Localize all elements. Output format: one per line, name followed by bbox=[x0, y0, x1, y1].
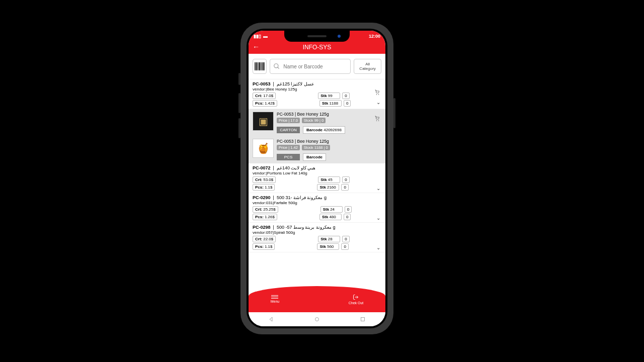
pcs-qty-chip[interactable]: 0 bbox=[344, 214, 351, 220]
pcs-stock-chip: Stk 2160 bbox=[317, 184, 339, 191]
search-input[interactable] bbox=[283, 64, 347, 69]
app-title: INFO-SYS bbox=[303, 44, 332, 51]
product-title: PC-0290 | معكرونة فراشة -31 500 g bbox=[253, 195, 381, 200]
pcs-price-chip: Pcs: 1.26$ bbox=[253, 214, 277, 220]
svg-point-5 bbox=[378, 121, 379, 121]
phone-notch bbox=[284, 31, 350, 42]
pcs-price-chip: Pcs: 1.1$ bbox=[253, 243, 275, 250]
svg-point-0 bbox=[274, 64, 278, 68]
signal-icon: ▮▮▯ bbox=[254, 34, 261, 39]
svg-point-3 bbox=[378, 95, 379, 95]
chevron-down-icon[interactable]: ⌄ bbox=[376, 215, 380, 221]
svg-point-2 bbox=[376, 95, 377, 95]
hamburger-icon bbox=[271, 295, 278, 299]
product-row[interactable]: PC-0072 | هبي كاو لايت 140غم vendor:|Por… bbox=[249, 163, 385, 193]
pcs-stock-chip: Stk 1188 bbox=[319, 100, 342, 107]
search-row: All Category bbox=[249, 54, 385, 79]
crt-price-chip: Crt: 25.25$ bbox=[253, 206, 278, 213]
product-title: PC-0053 | عسل لاكتيزا 125غم bbox=[253, 81, 381, 86]
chevron-down-icon[interactable]: ⌄ bbox=[376, 245, 380, 250]
chevron-down-icon[interactable]: ⌄ bbox=[376, 100, 380, 105]
variant-price: Price | 17.0 bbox=[277, 118, 300, 123]
recent-key-icon[interactable] bbox=[360, 316, 366, 322]
category-filter-button[interactable]: All Category bbox=[354, 59, 381, 74]
android-softkeys bbox=[249, 312, 385, 326]
back-button[interactable]: ← bbox=[253, 43, 260, 51]
product-row[interactable]: PC-0298 | معكرونة برينة وسط 57- 500 g ve… bbox=[249, 223, 385, 252]
status-time: 12:00 bbox=[369, 34, 380, 39]
product-title: PC-0298 | معكرونة برينة وسط 57- 500 g bbox=[253, 225, 381, 230]
svg-point-4 bbox=[376, 121, 377, 121]
variant-price: Price | 1.42 bbox=[277, 145, 300, 150]
menu-label: Menu bbox=[271, 300, 280, 303]
product-thumbnail: ▣ bbox=[253, 112, 274, 131]
product-thumbnail: 🍯 bbox=[253, 139, 274, 158]
variant-title: PC-0053 | Bee Honey 125g bbox=[277, 112, 381, 117]
crt-stock-chip: Stk 24 bbox=[320, 206, 343, 213]
crt-qty-chip[interactable]: 0 bbox=[342, 236, 349, 242]
pcs-price-chip: Pcs: 1.1$ bbox=[253, 184, 275, 191]
crt-price-chip: Crt: 17.0$ bbox=[253, 93, 276, 99]
barcode-badge: Barcode 42092698 bbox=[303, 126, 345, 134]
crt-price-chip: Crt: 22.0$ bbox=[253, 236, 276, 242]
product-vendor: vendor:|Portions Low Fat 140g bbox=[253, 171, 381, 175]
crt-qty-chip[interactable]: 0 bbox=[342, 93, 349, 99]
pcs-qty-chip[interactable]: 0 bbox=[341, 184, 348, 191]
product-list[interactable]: PC-0053 | عسل لاكتيزا 125غم vendor:|Bee … bbox=[249, 79, 385, 286]
barcode-badge: Barcode bbox=[303, 153, 326, 161]
variant-title: PC-0053 | Bee Honey 125g bbox=[277, 139, 381, 144]
crt-qty-chip[interactable]: 0 bbox=[345, 206, 352, 213]
barcode-scan-button[interactable] bbox=[253, 59, 267, 74]
back-key-icon[interactable] bbox=[268, 316, 274, 322]
product-vendor: vendor:|Bee Honey 125g bbox=[253, 87, 381, 92]
crt-stock-chip: Stk 45 bbox=[318, 176, 340, 183]
checkout-label: Chek Out bbox=[349, 301, 364, 305]
crt-stock-chip: Stk 28 bbox=[318, 236, 340, 242]
unit-badge: PCS bbox=[277, 154, 300, 160]
crt-qty-chip[interactable]: 0 bbox=[342, 176, 349, 183]
crt-price-chip: Crt: 53.0$ bbox=[253, 176, 276, 183]
checkout-button[interactable]: Chek Out bbox=[349, 294, 364, 305]
expanded-variant-row: 🍯 PC-0053 | Bee Honey 125g Price | 1.42 … bbox=[249, 136, 385, 163]
product-vendor: vendor:031|Farfalle 500g bbox=[253, 201, 381, 205]
pcs-price-chip: Pcs: 1.42$ bbox=[253, 100, 277, 107]
svg-line-1 bbox=[278, 67, 279, 69]
product-row[interactable]: PC-0290 | معكرونة فراشة -31 500 g vendor… bbox=[249, 193, 385, 223]
barcode-icon bbox=[255, 62, 265, 70]
svg-point-6 bbox=[315, 318, 318, 321]
phone-frame: ▮▮▯ ▬ 12:00 ← INFO-SYS All bbox=[240, 23, 393, 334]
variant-stock: Stock 99 | 0 bbox=[302, 118, 326, 123]
home-key-icon[interactable] bbox=[314, 316, 320, 322]
pcs-qty-chip[interactable]: 0 bbox=[344, 100, 351, 107]
checkout-icon bbox=[352, 294, 359, 300]
app-header: ← INFO-SYS bbox=[249, 41, 385, 54]
search-icon bbox=[273, 63, 280, 70]
variant-stock: Stock 1188 | 0 bbox=[302, 145, 330, 150]
add-to-cart-button[interactable] bbox=[374, 89, 380, 97]
product-title: PC-0072 | هبي كاو لايت 140غم bbox=[253, 165, 381, 170]
expanded-variant-row: ▣ PC-0053 | Bee Honey 125g Price | 17.0 … bbox=[249, 109, 385, 136]
crt-stock-chip: Stk 99 bbox=[318, 93, 340, 99]
svg-rect-7 bbox=[361, 318, 364, 321]
bottom-nav: Menu Chek Out bbox=[249, 286, 385, 312]
product-row[interactable]: PC-0053 | عسل لاكتيزا 125غم vendor:|Bee … bbox=[249, 79, 385, 109]
menu-button[interactable]: Menu bbox=[271, 295, 280, 303]
product-vendor: vendor:057|Spirali 500g bbox=[253, 230, 381, 235]
pcs-qty-chip[interactable]: 0 bbox=[341, 243, 348, 250]
pcs-stock-chip: Stk 560 bbox=[317, 243, 339, 250]
add-to-cart-button[interactable] bbox=[374, 116, 380, 123]
battery-icon: ▬ bbox=[263, 34, 268, 39]
unit-badge: CARTON bbox=[277, 127, 300, 133]
search-box[interactable] bbox=[270, 59, 351, 74]
pcs-stock-chip: Stk 480 bbox=[319, 214, 342, 220]
chevron-down-icon[interactable]: ⌄ bbox=[376, 186, 380, 191]
